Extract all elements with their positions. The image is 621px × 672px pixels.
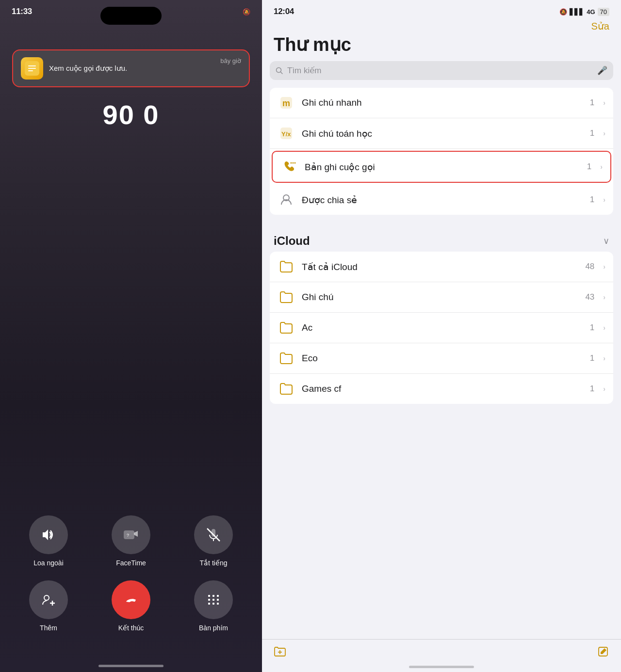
icloud-list: Tất cả iCloud 48 › Ghi chú 43 › Ac 1 bbox=[270, 252, 613, 404]
svg-point-26 bbox=[293, 162, 294, 164]
ghi-chu-nhanh-label: Ghi chú nhanh bbox=[302, 97, 583, 108]
notification-banner[interactable]: Xem cuộc gọi được lưu. bây giờ bbox=[12, 49, 250, 87]
tat-ca-label: Tất cả iCloud bbox=[302, 261, 578, 272]
network-type: 4G bbox=[587, 8, 595, 16]
svg-rect-14 bbox=[208, 599, 210, 601]
ban-phim-button[interactable] bbox=[194, 580, 233, 619]
right-panel: 12:04 🔕 ▋▋▋ 4G 70 Sửa Thư mục Tìm kiếm 🎤 bbox=[262, 0, 621, 672]
ban-phim-control: Bàn phím bbox=[184, 580, 243, 632]
svg-point-25 bbox=[291, 162, 292, 164]
svg-rect-11 bbox=[208, 595, 210, 597]
ban-ghi-chevron: › bbox=[600, 163, 603, 171]
svg-text:?: ? bbox=[127, 533, 129, 538]
tat-tieng-label: Tắt tiếng bbox=[200, 559, 228, 567]
ket-thuc-control: Kết thúc bbox=[102, 580, 160, 632]
them-button[interactable] bbox=[29, 580, 68, 619]
compose-button[interactable] bbox=[597, 645, 609, 658]
games-cf-count: 1 bbox=[590, 384, 594, 394]
toan-hoc-count: 1 bbox=[590, 128, 594, 138]
home-indicator-right bbox=[409, 666, 474, 668]
notification-content: Xem cuộc gọi được lưu. bbox=[49, 64, 241, 73]
list-item-tat-ca[interactable]: Tất cả iCloud 48 › bbox=[270, 252, 613, 282]
call-number: 90 0 bbox=[103, 99, 160, 130]
new-folder-button[interactable] bbox=[274, 645, 286, 658]
duoc-chia-se-count: 1 bbox=[590, 195, 594, 205]
ghi-chu-count: 43 bbox=[585, 292, 594, 302]
icloud-section-header: iCloud ∨ bbox=[262, 224, 621, 252]
svg-rect-12 bbox=[212, 595, 214, 597]
games-cf-chevron: › bbox=[603, 385, 605, 393]
notification-title: Xem cuộc gọi được lưu. bbox=[49, 64, 127, 72]
svg-rect-15 bbox=[212, 599, 214, 601]
toan-hoc-label: Ghi chú toán học bbox=[302, 128, 583, 139]
ban-phim-label: Bàn phím bbox=[199, 624, 228, 632]
ac-chevron: › bbox=[603, 324, 605, 332]
status-icons-left: 🔕 bbox=[243, 8, 250, 16]
ghi-chu-label: Ghi chú bbox=[302, 292, 578, 303]
bottom-toolbar bbox=[262, 639, 621, 664]
icloud-title: iCloud bbox=[274, 234, 310, 248]
them-control: Thêm bbox=[19, 580, 78, 632]
svg-text:m: m bbox=[282, 98, 290, 108]
facetime-button[interactable]: ? bbox=[112, 515, 150, 554]
eco-label: Eco bbox=[302, 353, 583, 364]
mic-icon[interactable]: 🎤 bbox=[597, 65, 607, 76]
icloud-section-chevron[interactable]: ∨ bbox=[603, 236, 609, 246]
ket-thuc-button[interactable] bbox=[112, 580, 150, 619]
list-item-duoc-chia-se[interactable]: Được chia sẻ 1 › bbox=[270, 185, 613, 215]
signal-bars-right: ▋▋▋ bbox=[570, 8, 584, 16]
notes-header: Sửa bbox=[262, 16, 621, 32]
loa-ngoai-button[interactable] bbox=[29, 515, 68, 554]
math-icon: Y/x bbox=[278, 125, 295, 142]
thu-muc-title: Thư mục bbox=[262, 32, 621, 61]
ghi-chu-chevron: › bbox=[603, 293, 605, 301]
battery-level: 70 bbox=[598, 8, 609, 16]
svg-point-8 bbox=[44, 595, 49, 600]
status-icons-right: 🔕 ▋▋▋ 4G 70 bbox=[559, 8, 609, 16]
home-indicator-left bbox=[98, 665, 163, 667]
facetime-label: FaceTime bbox=[116, 559, 146, 567]
svg-rect-2 bbox=[28, 68, 36, 69]
ac-folder-icon bbox=[278, 319, 295, 336]
svg-rect-19 bbox=[217, 603, 219, 605]
sua-button[interactable]: Sửa bbox=[591, 20, 609, 32]
search-bar[interactable]: Tìm kiếm 🎤 bbox=[270, 61, 613, 80]
list-item-games-cf[interactable]: Games cf 1 › bbox=[270, 374, 613, 404]
them-label: Thêm bbox=[40, 624, 57, 632]
list-item-eco[interactable]: Eco 1 › bbox=[270, 343, 613, 374]
controls-row-2: Thêm Kết thúc bbox=[19, 580, 243, 632]
list-item-toan-hoc[interactable]: Y/x Ghi chú toán học 1 › bbox=[270, 118, 613, 149]
eco-count: 1 bbox=[590, 353, 594, 363]
svg-point-27 bbox=[294, 162, 296, 164]
ghi-chu-folder-icon bbox=[278, 288, 295, 306]
list-item-ghi-chu-nhanh[interactable]: m Ghi chú nhanh 1 › bbox=[270, 88, 613, 118]
quicknote-icon: m bbox=[278, 94, 295, 112]
status-time-left: 11:33 bbox=[12, 7, 32, 16]
phone-note-icon bbox=[280, 158, 298, 176]
list-item-ac[interactable]: Ac 1 › bbox=[270, 313, 613, 343]
search-icon bbox=[276, 67, 283, 75]
svg-rect-13 bbox=[217, 595, 219, 597]
svg-rect-3 bbox=[28, 70, 33, 71]
status-bar-right: 12:04 🔕 ▋▋▋ 4G 70 bbox=[262, 0, 621, 16]
ket-thuc-label: Kết thúc bbox=[118, 624, 144, 632]
ghi-chu-nhanh-chevron: › bbox=[603, 99, 605, 107]
search-placeholder: Tìm kiếm bbox=[287, 65, 593, 76]
status-time-right: 12:04 bbox=[274, 7, 294, 16]
list-item-ban-ghi[interactable]: Bản ghi cuộc gọi 1 › bbox=[272, 151, 611, 183]
tat-ca-count: 48 bbox=[585, 262, 594, 272]
shared-icon bbox=[278, 191, 295, 208]
list-item-ghi-chu[interactable]: Ghi chú 43 › bbox=[270, 282, 613, 313]
mute-icon-left: 🔕 bbox=[243, 8, 250, 16]
svg-text:Y/x: Y/x bbox=[281, 130, 291, 138]
eco-chevron: › bbox=[603, 354, 605, 362]
svg-rect-1 bbox=[28, 65, 36, 66]
tat-tieng-button[interactable] bbox=[194, 515, 233, 554]
svg-rect-17 bbox=[208, 603, 210, 605]
loa-ngoai-control: Loa ngoài bbox=[19, 515, 78, 567]
call-controls: Loa ngoài ? FaceTime bbox=[0, 515, 262, 665]
svg-rect-18 bbox=[212, 603, 214, 605]
ban-ghi-label: Bản ghi cuộc gọi bbox=[305, 161, 580, 173]
controls-row-1: Loa ngoài ? FaceTime bbox=[19, 515, 243, 567]
games-cf-label: Games cf bbox=[302, 384, 583, 394]
